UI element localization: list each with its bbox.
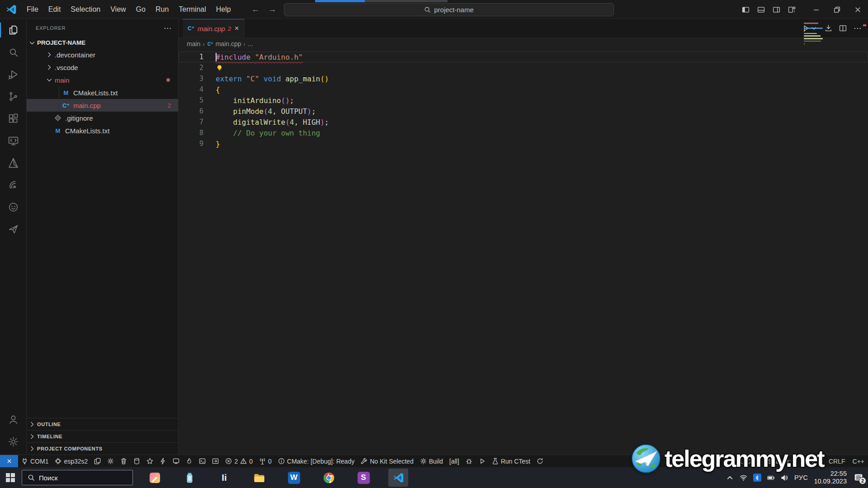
wifi-icon[interactable] <box>740 474 747 482</box>
taskbar-app-graphics-app[interactable] <box>145 469 165 487</box>
minimap[interactable] <box>804 23 825 46</box>
customize-layout-icon[interactable] <box>784 0 799 19</box>
status-erase-flash[interactable] <box>130 455 143 467</box>
tab-main-cpp[interactable]: C⁺ main.cpp 2 × <box>183 19 245 38</box>
menu-view[interactable]: View <box>105 0 131 19</box>
notification-center-icon[interactable]: 2 <box>853 472 864 483</box>
toggle-panel-icon[interactable] <box>753 0 769 19</box>
status-run-ctest[interactable]: Run CTest <box>489 455 533 467</box>
activity-item-esp-idf-explorer[interactable] <box>0 174 27 196</box>
breadcrumb[interactable]: main›C⁺main.cpp›... <box>179 38 868 50</box>
taskbar-search[interactable]: Поиск <box>22 470 133 485</box>
activity-item-search[interactable] <box>0 41 27 63</box>
taskbar-app-word[interactable]: W <box>284 469 304 487</box>
taskbar-app-vscode[interactable] <box>388 469 408 487</box>
status-flash-device[interactable] <box>156 455 170 467</box>
explorer-more-actions-icon[interactable]: ⋯ <box>164 23 172 33</box>
lightbulb-icon[interactable] <box>216 64 223 72</box>
tab-close-icon[interactable]: × <box>235 24 239 33</box>
status-right-ln-1-col-1[interactable]: Ln 1, Col 1 <box>730 458 761 465</box>
code-line-7[interactable]: 7 digitalWrite(4, HIGH); <box>179 117 868 127</box>
project-root-row[interactable]: PROJECT-NAME <box>27 37 178 48</box>
status-device-target[interactable]: esp32s2 <box>52 455 91 467</box>
status-right-utf-8[interactable]: UTF-8 <box>803 458 821 465</box>
activity-item-extensions[interactable] <box>0 108 27 130</box>
status-ports[interactable]: 0 <box>256 455 275 467</box>
activity-item-telemetry[interactable] <box>0 218 27 240</box>
status-active-kit[interactable]: No Kit Selected <box>358 455 417 467</box>
status-serial-port[interactable]: COM1 <box>18 455 52 467</box>
tree-item-main-cpp[interactable]: C⁺main.cpp2 <box>27 99 178 112</box>
restore-button[interactable] <box>826 0 847 19</box>
status-debug-button[interactable] <box>462 455 476 467</box>
menu-edit[interactable]: Edit <box>43 0 66 19</box>
status-monitor-device[interactable] <box>170 455 183 467</box>
taskbar-app-task-view[interactable]: Ii <box>214 469 234 487</box>
minimize-button[interactable] <box>806 0 826 19</box>
taskbar-app-chrome[interactable] <box>319 469 339 487</box>
taskbar-app-file-explorer[interactable] <box>249 469 269 487</box>
status-refresh-tests[interactable] <box>533 455 547 467</box>
activity-item-run-and-debug[interactable] <box>0 63 27 85</box>
code-line-5[interactable]: 5 initArduino(); <box>179 95 868 106</box>
section-timeline[interactable]: TIMELINE <box>27 430 178 442</box>
activity-item-remote-explorer[interactable] <box>0 130 27 152</box>
command-center-search[interactable]: project-name <box>284 3 614 16</box>
menu-run[interactable]: Run <box>151 0 174 19</box>
status-cmake-build[interactable]: Build <box>417 455 446 467</box>
menu-go[interactable]: Go <box>131 0 151 19</box>
tree-item-CMakeLists-txt[interactable]: MCMakeLists.txt <box>27 86 178 99</box>
close-button[interactable] <box>847 0 868 19</box>
code-line-2[interactable]: 2 <box>179 62 868 73</box>
activity-item-explorer[interactable] <box>0 19 27 41</box>
section-project-components[interactable]: PROJECT COMPONENTS <box>27 442 178 455</box>
taskbar-clock[interactable]: 22:55 10.09.2023 <box>814 470 847 485</box>
code-line-9[interactable]: 9} <box>179 138 868 149</box>
status-flash-method[interactable] <box>91 455 104 467</box>
code-line-1[interactable]: 1#include "Arduino.h" <box>179 52 868 62</box>
split-editor-icon[interactable] <box>839 24 847 32</box>
hidden-icons-chevron-icon[interactable] <box>726 474 734 482</box>
toggle-secondary-sidebar-icon[interactable] <box>769 0 784 19</box>
status-open-component[interactable] <box>209 455 222 467</box>
menu-help[interactable]: Help <box>211 0 236 19</box>
activity-item-manage[interactable] <box>0 431 27 453</box>
activity-item-cmake-tools[interactable] <box>0 152 27 174</box>
tree-item-main[interactable]: main <box>27 74 178 86</box>
status-custom-task[interactable] <box>143 455 156 467</box>
status-launch-button[interactable] <box>476 455 489 467</box>
activity-item-assistant[interactable] <box>0 196 27 218</box>
start-button[interactable] <box>0 467 21 488</box>
menu-terminal[interactable]: Terminal <box>174 0 211 19</box>
status-full-clean[interactable] <box>117 455 130 467</box>
code-line-3[interactable]: 3extern "C" void app_main() <box>179 73 868 84</box>
code-line-4[interactable]: 4{ <box>179 84 868 95</box>
back-arrow-icon[interactable]: ← <box>251 5 260 14</box>
status-cmake-status[interactable]: CMake: [Debug]: Ready <box>275 455 358 467</box>
taskbar-app-blue-app[interactable] <box>179 469 199 487</box>
more-actions-icon[interactable]: ⋯ <box>854 23 862 33</box>
breadcrumb-item[interactable]: main <box>187 40 200 47</box>
battery-icon[interactable] <box>767 474 775 482</box>
breadcrumb-item[interactable]: C⁺main.cpp <box>207 40 241 47</box>
activity-item-accounts[interactable] <box>0 408 27 431</box>
status-build-flash-monitor[interactable] <box>183 455 196 467</box>
language-indicator[interactable]: РУС <box>794 474 808 481</box>
code-line-6[interactable]: 6 pinMode(4, OUTPUT); <box>179 106 868 117</box>
status-right-crlf[interactable]: CRLF <box>829 458 845 465</box>
menu-file[interactable]: File <box>22 0 43 19</box>
forward-arrow-icon[interactable]: → <box>268 5 277 14</box>
toggle-sidebar-icon[interactable] <box>738 0 753 19</box>
bluetooth-icon[interactable] <box>753 474 761 482</box>
status-build-target[interactable]: [all] <box>446 455 462 467</box>
status-idf-terminal[interactable] <box>196 455 209 467</box>
flash-output-icon[interactable] <box>825 24 832 32</box>
code-editor[interactable]: 1#include "Arduino.h"23extern "C" void a… <box>179 50 868 149</box>
status-remote-indicator[interactable] <box>0 455 18 467</box>
breadcrumb-item[interactable]: ... <box>248 40 253 47</box>
tree-item--vscode[interactable]: .vscode <box>27 61 178 74</box>
tree-item-CMakeLists-txt[interactable]: MCMakeLists.txt <box>27 124 178 137</box>
menu-selection[interactable]: Selection <box>66 0 105 19</box>
section-outline[interactable]: OUTLINE <box>27 418 178 430</box>
status-right-c-[interactable]: C++ <box>853 458 864 465</box>
